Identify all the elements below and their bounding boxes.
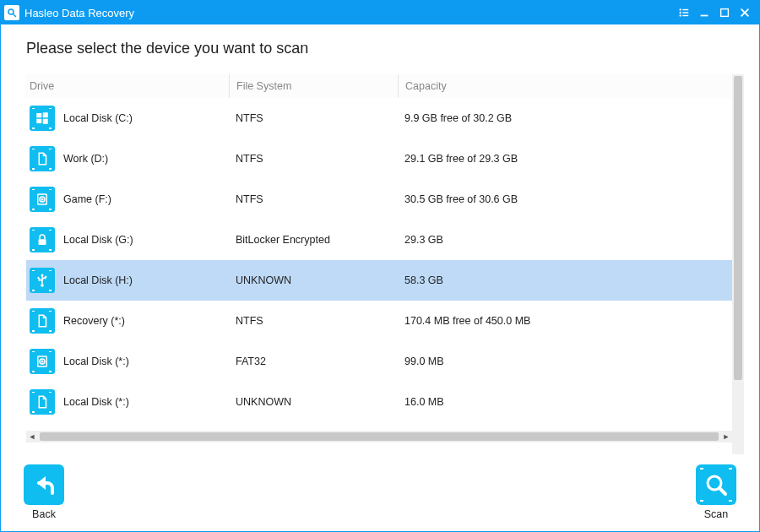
drive-row[interactable]: Local Disk (C:)NTFS9.9 GB free of 30.2 G… [26, 98, 744, 138]
list-view-icon[interactable] [675, 3, 693, 22]
app-title: Hasleo Data Recovery [24, 7, 134, 19]
svg-rect-15 [43, 119, 48, 124]
svg-point-2 [680, 9, 681, 10]
drive-row[interactable]: Local Disk (*:)FAT3299.0 MB [26, 341, 744, 382]
drive-filesystem: FAT32 [229, 356, 398, 367]
back-label: Back [32, 508, 56, 520]
scroll-right-arrow[interactable]: ► [720, 431, 732, 442]
horizontal-scrollbar[interactable]: ◄ ► [26, 431, 732, 442]
titlebar[interactable]: Hasleo Data Recovery [1, 1, 759, 24]
vertical-scroll-thumb[interactable] [734, 76, 742, 380]
svg-rect-12 [36, 113, 41, 117]
svg-point-6 [680, 15, 681, 16]
svg-line-1 [14, 14, 16, 17]
horizontal-scroll-thumb[interactable] [40, 432, 719, 441]
file-icon [30, 146, 55, 171]
drive-capacity: 9.9 GB free of 30.2 GB [398, 112, 744, 124]
svg-line-29 [719, 488, 725, 494]
svg-rect-13 [43, 112, 48, 117]
svg-point-4 [680, 13, 681, 14]
scan-icon [696, 464, 736, 505]
drive-row[interactable]: Game (F:)NTFS30.5 GB free of 30.6 GB [26, 179, 744, 220]
table-header: Drive File System Capacity [26, 74, 744, 98]
drive-filesystem: UNKNOWN [229, 396, 398, 408]
drive-filesystem: NTFS [229, 153, 398, 165]
svg-point-18 [41, 198, 43, 200]
col-header-filesystem[interactable]: File System [229, 74, 398, 98]
drive-name: Local Disk (H:) [63, 274, 133, 286]
drive-capacity: 99.0 MB [398, 356, 744, 367]
close-button[interactable] [736, 3, 754, 22]
drive-capacity: 58.3 GB [398, 274, 744, 286]
disk-icon [30, 349, 55, 374]
drive-name: Recovery (*:) [63, 315, 125, 327]
drive-capacity: 29.1 GB free of 29.3 GB [398, 153, 744, 165]
scan-button[interactable]: Scan [696, 464, 736, 520]
maximize-button[interactable] [715, 3, 734, 22]
drive-name: Local Disk (G:) [63, 234, 133, 246]
drive-capacity: 16.0 MB [398, 396, 744, 408]
app-icon [4, 5, 19, 20]
back-icon [24, 464, 64, 505]
usb-icon [30, 268, 55, 293]
drive-name: Work (D:) [63, 153, 108, 165]
drive-capacity: 30.5 GB free of 30.6 GB [398, 193, 744, 205]
vertical-scrollbar[interactable] [732, 74, 744, 454]
file-icon [30, 308, 55, 334]
windows-icon [30, 106, 55, 131]
drive-capacity: 170.4 MB free of 450.0 MB [398, 315, 744, 327]
drive-name: Local Disk (*:) [63, 356, 129, 367]
drive-row[interactable]: Local Disk (G:)BitLocker Encrypted29.3 G… [26, 220, 744, 260]
drive-filesystem: NTFS [229, 193, 398, 205]
drive-filesystem: BitLocker Encrypted [229, 234, 398, 246]
svg-point-22 [41, 284, 44, 287]
drive-row[interactable]: Local Disk (H:)UNKNOWN58.3 GB [26, 260, 744, 301]
svg-point-24 [37, 277, 39, 279]
file-icon [30, 389, 55, 415]
disk-icon [30, 187, 55, 212]
drive-row[interactable]: Local Disk (*:)UNKNOWN16.0 MB [26, 382, 744, 422]
svg-rect-14 [36, 119, 41, 123]
page-heading: Please select the device you want to sca… [26, 40, 744, 57]
minimize-button[interactable] [695, 3, 714, 22]
scan-label: Scan [704, 508, 729, 520]
scroll-left-arrow[interactable]: ◄ [26, 431, 38, 442]
drive-filesystem: UNKNOWN [229, 274, 398, 286]
drive-capacity: 29.3 GB [398, 234, 744, 246]
drive-name: Game (F:) [63, 193, 111, 205]
col-header-drive[interactable]: Drive [26, 74, 229, 98]
device-table: Drive File System Capacity Local Disk (C… [26, 74, 744, 454]
drive-filesystem: NTFS [229, 112, 398, 124]
svg-rect-23 [45, 276, 46, 278]
drive-row[interactable]: Local Disk (*:)UNKNOWN128.0 MB [26, 422, 744, 427]
lock-icon [30, 227, 55, 252]
drive-name: Local Disk (C:) [63, 112, 133, 124]
drive-filesystem: NTFS [229, 315, 398, 327]
back-button[interactable]: Back [24, 464, 64, 520]
drive-row[interactable]: Recovery (*:)NTFS170.4 MB free of 450.0 … [26, 301, 744, 341]
svg-rect-19 [39, 239, 46, 245]
drive-row[interactable]: Work (D:)NTFS29.1 GB free of 29.3 GB [26, 138, 744, 179]
col-header-capacity[interactable]: Capacity [398, 74, 744, 98]
drive-name: Local Disk (*:) [63, 396, 129, 408]
svg-point-27 [41, 361, 43, 362]
svg-rect-9 [721, 9, 729, 17]
footer: Back Scan [0, 460, 760, 532]
